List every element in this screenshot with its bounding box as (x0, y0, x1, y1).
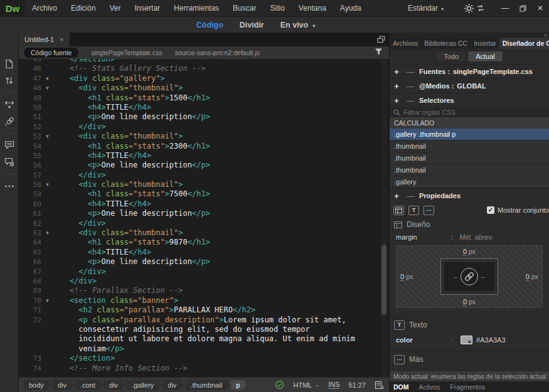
code-line[interactable]: 48▼ <div class="thumbnail"> (19, 83, 389, 93)
margin-top-value[interactable]: 0px (463, 248, 476, 255)
menu-ventana[interactable]: Ventana (292, 0, 333, 16)
dreamweaver-logo[interactable]: Dw (0, 0, 25, 16)
code-line[interactable]: 68 </div> (19, 277, 389, 286)
live-code-button[interactable] (0, 96, 19, 113)
code-text[interactable]: <h1 class="stats">1500</h1> (51, 93, 389, 103)
code-line[interactable]: 73 </section> (19, 354, 389, 363)
code-text[interactable]: <div class="thumbnail"> (51, 228, 389, 238)
margin-right-value[interactable]: 0px (526, 273, 538, 280)
doc-type-dropdown[interactable]: HTML ⌄ (293, 381, 319, 389)
code-text[interactable]: consectetur adipisicing elit, sed do eiu… (51, 325, 389, 334)
code-line[interactable]: 46 <!-- Stats Gallery Section --> (19, 64, 389, 73)
margin-bottom-value[interactable]: 0px (463, 298, 476, 305)
code-line[interactable]: 52 </div> (19, 122, 389, 132)
panel-tab-diseñador-de-css[interactable]: Diseñador de CSS (499, 38, 549, 49)
word-doc-button[interactable] (375, 381, 384, 389)
code-line[interactable]: 62 </div> (19, 219, 389, 228)
float-panel-button[interactable] (377, 33, 389, 46)
code-line[interactable]: 69 <!-- Parallax Section --> (19, 286, 389, 295)
scope-todo[interactable]: Todo (435, 51, 467, 62)
code-line[interactable]: 74 <!-- More Info Section --> (19, 364, 389, 373)
code-text[interactable]: <!-- Parallax Section --> (51, 286, 389, 295)
code-fold-arrow-icon[interactable]: ▼ (41, 180, 51, 189)
code-text[interactable]: </div> (51, 219, 389, 228)
code-line[interactable]: consectetur adipisicing elit, sed do eiu… (19, 325, 389, 334)
tag-selector-p[interactable]: p (231, 380, 247, 390)
insert-link-button[interactable] (0, 113, 19, 130)
code-text[interactable]: incididunt ut labore et dolore magna ali… (51, 334, 389, 344)
media-section-header[interactable]: + — @Medios : GLOBAL (390, 78, 549, 93)
code-line[interactable]: 51 <p>One line description</p> (19, 112, 389, 122)
code-line[interactable]: veniam</p> (19, 344, 389, 354)
code-text[interactable]: <!-- Stats Gallery Section --> (51, 64, 389, 73)
menu-buscar[interactable]: Buscar (226, 0, 263, 16)
close-tab-icon[interactable]: × (60, 36, 63, 43)
code-text[interactable]: <!-- More Info Section --> (51, 364, 389, 373)
code-text[interactable]: <div class="thumbnail"> (51, 132, 389, 141)
bottom-tab-activos[interactable]: Activos (419, 383, 440, 391)
code-line[interactable]: 57 </div> (19, 171, 389, 180)
related-file[interactable]: source-sans-pro:n2:default.js (175, 49, 260, 56)
open-documents-button[interactable] (0, 55, 19, 72)
related-file[interactable]: Código fuente (24, 48, 78, 58)
code-text[interactable]: </div> (51, 267, 389, 277)
workspace-switcher[interactable]: Estándar▾ (408, 4, 444, 13)
code-line[interactable]: 65 <h4>TITLE</h4> (19, 248, 389, 257)
color-swatch[interactable] (461, 336, 472, 344)
code-line[interactable]: 71 <h2 class="parallax">PARALLAX HERO</h… (19, 305, 389, 315)
view-mode-dividir[interactable]: Dividir (240, 21, 264, 29)
tag-selector-div[interactable]: div (53, 380, 74, 390)
code-text[interactable]: <h2 class="parallax">PARALLAX HERO</h2> (51, 305, 389, 315)
tag-selector-div[interactable]: div (104, 380, 125, 390)
code-text[interactable]: </section> (51, 59, 389, 64)
code-text[interactable]: <h1 class="stats">9870</h1> (51, 238, 389, 247)
sync-settings-button[interactable] (464, 3, 485, 14)
shorthand-hint[interactable]: Mét. abrev. (459, 233, 493, 241)
code-line[interactable]: 67 </div> (19, 267, 389, 277)
tag-selector-div[interactable]: div (163, 380, 184, 390)
code-line[interactable]: 54 <h1 class="stats">2300</h1> (19, 142, 389, 151)
add-property-button[interactable]: + (390, 191, 403, 201)
code-text[interactable]: <div class="gallery"> (51, 74, 389, 83)
code-line[interactable]: 59 <h1 class="stats">7500</h1> (19, 189, 389, 199)
tag-selector-gallery[interactable]: .gallery (127, 380, 161, 390)
selector-row[interactable]: .gallery .thumbnail p (390, 129, 549, 140)
text-category-button[interactable]: T (408, 206, 419, 215)
code-text[interactable]: </div> (51, 277, 389, 286)
code-text[interactable]: <h4>TITLE</h4> (51, 151, 389, 161)
code-text[interactable]: </div> (51, 171, 389, 180)
code-text[interactable]: <p>One line description</p> (51, 161, 389, 170)
code-line[interactable]: 60 <h4>TITLE</h4> (19, 199, 389, 209)
add-selector-button[interactable]: + (390, 96, 403, 105)
menu-herramientas[interactable]: Herramientas (167, 0, 226, 16)
editor-scrollbar[interactable] (381, 59, 387, 377)
menu-edición[interactable]: Edición (64, 0, 102, 16)
selectors-section-header[interactable]: + — Selectores (390, 93, 549, 107)
more-category-button[interactable]: ⋯ (424, 206, 434, 215)
code-line[interactable]: 45 </section> (19, 59, 389, 64)
selector-row[interactable]: .thumbnail (390, 164, 549, 176)
code-text[interactable]: <p class="parallax_description">Lorem ip… (51, 315, 389, 325)
code-line[interactable]: 72 <p class="parallax_description">Lorem… (19, 315, 389, 325)
code-text[interactable]: veniam</p> (51, 344, 389, 354)
minimize-button[interactable]: — (496, 0, 514, 16)
code-fold-arrow-icon[interactable]: ▼ (41, 132, 51, 141)
code-text[interactable]: <h4>TITLE</h4> (51, 103, 389, 112)
close-button[interactable]: ✕ (531, 0, 549, 16)
code-text[interactable]: </div> (51, 122, 389, 132)
add-source-button[interactable]: + (390, 67, 403, 77)
selector-row[interactable]: .thumbnail (390, 152, 549, 164)
code-text[interactable]: </section> (51, 354, 389, 363)
margin-left-value[interactable]: 0px (400, 273, 413, 280)
code-text[interactable]: <div class="thumbnail"> (51, 83, 389, 93)
view-mode-en vivo[interactable]: En vivo▾ (280, 21, 315, 29)
show-set-toggle[interactable]: ✓ Mostrar conjunto (487, 206, 549, 214)
properties-section-header[interactable]: + — Propiedades (390, 188, 549, 203)
lint-status-button[interactable] (275, 380, 284, 389)
code-line[interactable]: 64 <h1 class="stats">9870</h1> (19, 238, 389, 247)
remove-property-button[interactable]: — (403, 191, 417, 201)
selector-row[interactable]: .gallery (390, 176, 549, 188)
code-line[interactable]: 56 <p>One line description</p> (19, 161, 389, 170)
code-line[interactable]: 50 <h4>TITLE</h4> (19, 103, 389, 112)
filter-related-files-button[interactable] (375, 47, 389, 58)
